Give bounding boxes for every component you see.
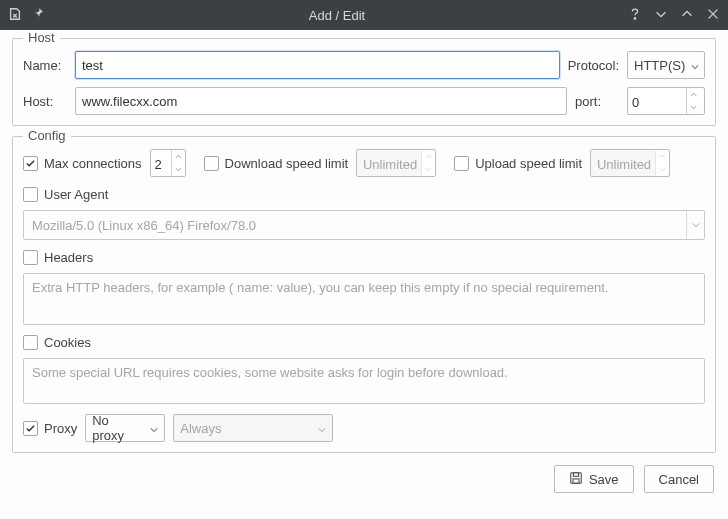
app-icon	[8, 7, 22, 24]
user-agent-combo: Mozilla/5.0 (Linux x86_64) Firefox/78.0	[23, 210, 705, 240]
save-icon	[569, 471, 583, 488]
port-input[interactable]	[628, 88, 686, 115]
dl-limit-input	[357, 150, 421, 177]
proxy-when-combo: Always	[173, 414, 333, 442]
svg-rect-1	[571, 472, 582, 483]
proxy-checkbox[interactable]: Proxy	[23, 421, 77, 436]
max-conn-spinbox[interactable]	[150, 149, 186, 177]
cookies-checkbox[interactable]: Cookies	[23, 335, 91, 350]
window-title: Add / Edit	[46, 8, 628, 23]
save-label: Save	[589, 472, 619, 487]
headers-label: Headers	[44, 250, 93, 265]
help-icon[interactable]	[628, 7, 642, 24]
ul-up-icon	[656, 150, 669, 163]
ul-down-icon	[656, 163, 669, 176]
dl-down-icon	[422, 163, 435, 176]
port-spinbox[interactable]	[627, 87, 705, 115]
max-conn-input[interactable]	[151, 150, 171, 177]
dl-limit-label: Download speed limit	[225, 156, 349, 171]
ul-limit-input	[591, 150, 655, 177]
protocol-value: HTTP(S)	[634, 58, 685, 73]
user-agent-checkbox[interactable]: User Agent	[23, 187, 108, 202]
dl-limit-checkbox[interactable]: Download speed limit	[204, 156, 349, 171]
ul-limit-checkbox[interactable]: Upload speed limit	[454, 156, 582, 171]
svg-point-0	[634, 17, 635, 18]
chevron-down-icon	[691, 58, 699, 73]
host-label: Host:	[23, 94, 67, 109]
cancel-label: Cancel	[659, 472, 699, 487]
dl-limit-spinbox	[356, 149, 436, 177]
headers-checkbox[interactable]: Headers	[23, 250, 93, 265]
svg-rect-3	[573, 478, 579, 482]
chevron-down-icon	[150, 421, 158, 436]
user-agent-label: User Agent	[44, 187, 108, 202]
ul-limit-spinbox	[590, 149, 670, 177]
max-conn-down-icon[interactable]	[172, 163, 185, 176]
svg-rect-2	[573, 472, 578, 476]
config-group: Config Max connections Download speed li…	[12, 136, 716, 453]
maximize-icon[interactable]	[680, 7, 694, 24]
max-conn-up-icon[interactable]	[172, 150, 185, 163]
config-legend: Config	[23, 128, 71, 143]
max-conn-checkbox[interactable]: Max connections	[23, 156, 142, 171]
host-group: Host Name: Protocol: HTTP(S) Host: port:	[12, 38, 716, 126]
port-label: port:	[575, 94, 619, 109]
host-legend: Host	[23, 30, 60, 45]
protocol-combo[interactable]: HTTP(S)	[627, 51, 705, 79]
cookies-label: Cookies	[44, 335, 91, 350]
user-agent-value: Mozilla/5.0 (Linux x86_64) Firefox/78.0	[24, 211, 686, 239]
cookies-textarea: Some special URL requires cookies, some …	[23, 358, 705, 404]
port-down-icon[interactable]	[687, 101, 700, 114]
name-label: Name:	[23, 58, 67, 73]
proxy-when-value: Always	[180, 421, 312, 436]
headers-textarea: Extra HTTP headers, for example ( name: …	[23, 273, 705, 325]
proxy-combo[interactable]: No proxy	[85, 414, 165, 442]
titlebar: Add / Edit	[0, 0, 728, 30]
minimize-icon[interactable]	[654, 7, 668, 24]
close-icon[interactable]	[706, 7, 720, 24]
max-conn-label: Max connections	[44, 156, 142, 171]
port-up-icon[interactable]	[687, 88, 700, 101]
save-button[interactable]: Save	[554, 465, 634, 493]
proxy-value: No proxy	[92, 413, 144, 443]
cancel-button[interactable]: Cancel	[644, 465, 714, 493]
name-input[interactable]	[75, 51, 560, 79]
dl-up-icon	[422, 150, 435, 163]
ul-limit-label: Upload speed limit	[475, 156, 582, 171]
chevron-down-icon	[318, 421, 326, 436]
host-input[interactable]	[75, 87, 567, 115]
user-agent-drop-icon	[686, 211, 704, 239]
proxy-label: Proxy	[44, 421, 77, 436]
pin-icon[interactable]	[32, 7, 46, 24]
protocol-label: Protocol:	[568, 58, 619, 73]
